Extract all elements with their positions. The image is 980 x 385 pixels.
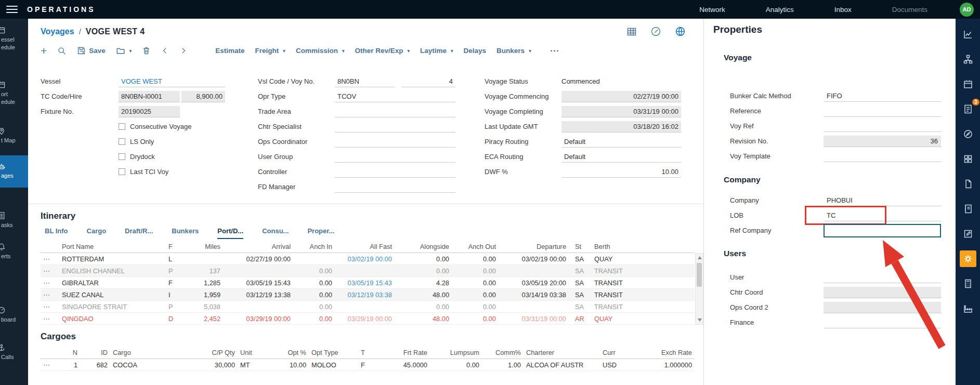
compass-icon[interactable] — [960, 126, 976, 142]
nav-documents[interactable]: Documents — [892, 6, 927, 14]
sidebar-item-map[interactable]: t Map — [0, 124, 28, 148]
itinerary-row[interactable]: ⋯ SINGAPORE STRAIT P 5,038 0.00 0.00 0.0… — [41, 301, 695, 313]
row-menu-icon[interactable]: ⋯ — [41, 255, 59, 263]
tc-code-field[interactable]: 8N0BN-I0001 — [119, 91, 180, 102]
itinerary-row[interactable]: ⋯ SUEZ CANAL I 1,959 03/12/19 13:38 0.00… — [41, 289, 695, 301]
drydock-checkbox[interactable] — [119, 153, 125, 160]
folder-button[interactable]: ▾ — [116, 46, 132, 56]
itinerary-scrollbar[interactable] — [695, 253, 703, 325]
delete-icon[interactable] — [142, 46, 151, 55]
tab-consumption[interactable]: Consu... — [262, 227, 289, 239]
sidebar-item-dashboard[interactable]: board — [0, 303, 28, 327]
bunker-calc-method-field[interactable]: FIFO — [824, 90, 941, 102]
scroll-down-icon[interactable] — [698, 318, 702, 322]
laytime-menu-button[interactable]: Laytime▾ — [420, 47, 453, 55]
finance-field[interactable] — [824, 317, 941, 328]
nav-network[interactable]: Network — [699, 6, 725, 14]
dashboard-gauge-icon[interactable] — [650, 26, 661, 37]
fixture-field[interactable]: 20190025 — [119, 106, 180, 117]
eca-routing-field[interactable]: Default — [561, 151, 681, 163]
voy-ref-field[interactable] — [824, 121, 941, 132]
trade-area-field[interactable] — [335, 106, 455, 117]
lob-field[interactable]: TC — [824, 210, 941, 221]
more-menu-icon[interactable]: ⋯ — [550, 45, 559, 56]
next-voyage-icon[interactable] — [179, 47, 187, 55]
calculator-icon[interactable] — [960, 275, 976, 292]
row-menu-icon[interactable]: ⋯ — [41, 291, 59, 299]
tab-port-dates[interactable]: Port/D... — [217, 227, 243, 239]
cargo-row[interactable]: ⋯ 1 682 COCOA 30,000 MT 10.00 MOLOO F 45… — [41, 359, 695, 371]
tab-bunkers[interactable]: Bunkers — [172, 227, 199, 239]
modules-grid-icon[interactable] — [960, 151, 976, 167]
controller-field[interactable] — [335, 166, 455, 178]
row-menu-icon[interactable]: ⋯ — [41, 267, 59, 275]
all-fast-cell[interactable]: 03/02/19 00:00 — [335, 255, 395, 263]
opr-type-field[interactable]: TCOV — [335, 91, 455, 102]
itinerary-row[interactable]: ⋯ ROTTERDAM L 02/27/19 00:00 03/02/19 00… — [41, 253, 695, 265]
other-revexp-menu-button[interactable]: Other Rev/Exp▾ — [355, 47, 410, 55]
voy-no-field[interactable]: 4 — [401, 76, 455, 87]
voyage-commencing-field[interactable]: 02/27/19 00:00 — [561, 91, 681, 102]
prev-voyage-icon[interactable] — [161, 47, 169, 55]
form-edit-icon[interactable] — [960, 225, 976, 242]
sidebar-item-port-calls[interactable]: Calls — [0, 340, 28, 364]
scrollbar-thumb[interactable] — [697, 263, 702, 287]
chtr-coord-field[interactable] — [824, 287, 941, 298]
estimate-button[interactable]: Estimate — [215, 47, 244, 55]
tab-draft[interactable]: Draft/R... — [125, 227, 153, 239]
tab-bl-info[interactable]: BL Info — [45, 227, 68, 239]
ls-only-checkbox[interactable] — [119, 138, 125, 145]
ops-coord-2-field[interactable] — [824, 302, 941, 313]
avatar[interactable]: AD — [960, 3, 974, 17]
vsl-code-field[interactable]: 8N0BN — [335, 76, 395, 87]
itinerary-row[interactable]: ⋯ QINGDAO D 2,452 03/29/19 00:00 0.00 03… — [41, 313, 695, 325]
hire-field[interactable]: 8,900.00 — [181, 91, 225, 102]
all-fast-cell[interactable]: 03/12/19 03:38 — [335, 291, 395, 299]
piracy-routing-field[interactable]: Default — [561, 136, 681, 148]
freight-menu-button[interactable]: Freight▾ — [255, 47, 285, 55]
revision-no-field[interactable]: 36 — [824, 136, 941, 147]
row-menu-icon[interactable]: ⋯ — [41, 361, 59, 369]
scroll-up-icon[interactable] — [698, 256, 702, 259]
new-icon[interactable]: + — [41, 46, 47, 56]
user-field[interactable] — [824, 272, 941, 283]
commission-menu-button[interactable]: Commission▾ — [296, 47, 345, 55]
consecutive-voyage-checkbox[interactable] — [119, 123, 125, 130]
chtr-specialist-field[interactable] — [335, 121, 455, 132]
nav-inbox[interactable]: Inbox — [834, 6, 852, 14]
company-field[interactable]: PHOBUI — [824, 195, 941, 206]
all-fast-cell[interactable]: 03/05/19 15:43 — [335, 279, 395, 287]
table-view-icon[interactable] — [626, 26, 637, 37]
sidebar-item-alerts[interactable]: erts — [0, 240, 28, 263]
contacts-book-icon[interactable] — [960, 201, 976, 217]
voyage-completing-field[interactable]: 03/31/19 00:00 — [561, 106, 681, 117]
user-group-field[interactable] — [335, 151, 455, 163]
dwf-field[interactable]: 10.00 — [561, 166, 681, 178]
last-tci-voy-checkbox[interactable] — [119, 168, 125, 175]
ref-company-field[interactable] — [824, 224, 941, 237]
document-icon[interactable] — [960, 176, 976, 192]
sidebar-item-vessel-schedule[interactable]: esseledule — [0, 23, 28, 55]
row-menu-icon[interactable]: ⋯ — [41, 303, 59, 311]
delays-button[interactable]: Delays — [464, 47, 487, 55]
factory-icon[interactable] — [960, 300, 976, 317]
row-menu-icon[interactable]: ⋯ — [41, 279, 59, 287]
hierarchy-icon[interactable] — [960, 51, 976, 68]
reference-field[interactable] — [824, 105, 941, 117]
sidebar-item-tasks[interactable]: asks — [0, 208, 28, 232]
bunkers-menu-button[interactable]: Bunkers▾ — [496, 47, 531, 55]
analytics-chart-icon[interactable] — [960, 26, 976, 43]
voy-template-field[interactable] — [824, 151, 941, 162]
fd-manager-field[interactable] — [335, 181, 455, 193]
schedule-icon[interactable] — [960, 76, 976, 92]
search-icon[interactable] — [57, 46, 67, 56]
save-button[interactable]: Save — [77, 46, 106, 55]
sidebar-item-voyages[interactable]: ages — [0, 155, 28, 188]
tab-cargo[interactable]: Cargo — [87, 227, 107, 239]
itinerary-row[interactable]: ⋯ ENGLISH CHANNEL P 137 0.00 0.00 0.00 S… — [41, 265, 695, 277]
globe-icon[interactable] — [675, 26, 686, 37]
tasks-icon[interactable]: 3 — [960, 101, 976, 117]
tab-properties[interactable]: Proper... — [307, 227, 334, 239]
sidebar-item-port-schedule[interactable]: ortedule — [0, 77, 28, 109]
breadcrumb-voyages-link[interactable]: Voyages — [41, 27, 74, 36]
